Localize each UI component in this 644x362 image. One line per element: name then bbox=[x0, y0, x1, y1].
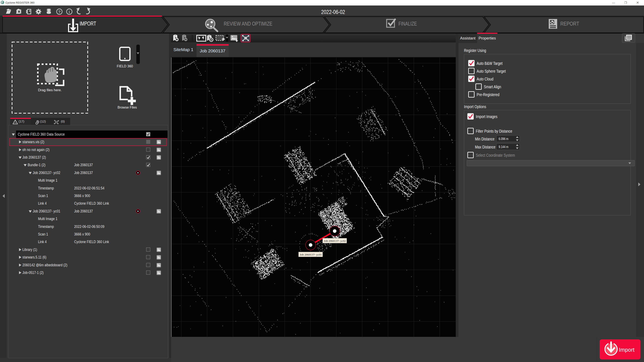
svg-text:Job 2060137- yc02: Job 2060137- yc02 bbox=[324, 239, 346, 243]
svg-text:REPORT: REPORT bbox=[560, 20, 579, 27]
svg-text:?: ? bbox=[58, 10, 61, 14]
svg-text:IMPORT: IMPORT bbox=[80, 20, 96, 27]
svg-text:i: i bbox=[69, 10, 70, 14]
svg-text:Job 2060137- yc01: Job 2060137- yc01 bbox=[300, 253, 322, 256]
svg-text:FINALIZE: FINALIZE bbox=[398, 20, 417, 27]
svg-text:REVIEW AND OPTIMIZE: REVIEW AND OPTIMIZE bbox=[224, 20, 272, 27]
